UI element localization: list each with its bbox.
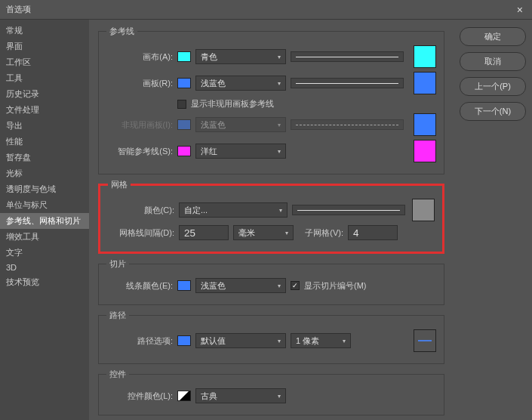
grid-spacing-input[interactable] [179, 225, 229, 240]
sidebar-item[interactable]: 文件处理 [0, 102, 89, 118]
cancel-button[interactable]: 取消 [460, 52, 526, 71]
inactive-label: 非现用画板(I): [106, 119, 173, 131]
content-panel: 参考线 画布(A): 青色▾ 画板(R): 浅蓝色▾ 显示非现用画板参考线 [89, 20, 454, 420]
sidebar-item[interactable]: 性能 [0, 134, 89, 150]
show-inactive-checkbox[interactable] [177, 100, 186, 109]
path-color-swatch[interactable] [177, 335, 191, 346]
chevron-down-icon: ▾ [278, 393, 281, 400]
sidebar: 常规界面工作区工具历史记录文件处理导出性能暂存盘光标透明度与色域单位与标尺参考线… [0, 20, 89, 420]
inactive-style-select [291, 119, 404, 130]
grid-group: 网格 颜色(C): 自定...▾ 网格线间隔(D): 毫米▾ 子网格(V): [98, 179, 444, 254]
subdiv-input[interactable] [348, 225, 398, 240]
dialog-buttons: 确定 取消 上一个(P) 下一个(N) [454, 20, 532, 420]
smart-color-swatch[interactable] [177, 146, 191, 156]
smart-label: 智能参考线(S): [106, 146, 173, 157]
controls-group: 控件 控件颜色(L): 古典▾ [98, 369, 444, 415]
artboard-color-swatch[interactable] [177, 78, 191, 88]
chevron-down-icon: ▾ [343, 338, 346, 344]
sidebar-item[interactable]: 文字 [0, 245, 89, 261]
canvas-color-select[interactable]: 青色▾ [195, 49, 286, 64]
chevron-down-icon: ▾ [278, 148, 281, 155]
subdiv-label: 子网格(V): [298, 227, 343, 239]
controls-legend: 控件 [106, 369, 129, 380]
dialog-title: 首选项 [6, 4, 31, 15]
path-preview-swatch [414, 329, 436, 352]
grid-spacing-label: 网格线间隔(D): [108, 227, 174, 239]
grid-big-swatch[interactable] [412, 199, 435, 221]
grid-color-label: 颜色(C): [108, 205, 174, 216]
slice-color-select[interactable]: 浅蓝色▾ [195, 278, 286, 293]
sidebar-item[interactable]: 3D [0, 261, 89, 274]
inactive-big-swatch [414, 113, 436, 136]
chevron-down-icon: ▾ [278, 80, 281, 87]
show-slice-numbers-label: 显示切片编号(M) [304, 280, 367, 292]
close-icon[interactable]: × [514, 4, 526, 16]
chevron-down-icon: ▾ [279, 207, 282, 214]
smart-color-select[interactable]: 洋红▾ [195, 144, 286, 159]
next-button[interactable]: 下一个(N) [460, 102, 526, 121]
sidebar-item[interactable]: 常规 [0, 23, 89, 39]
canvas-color-swatch[interactable] [177, 51, 191, 62]
canvas-label: 画布(A): [106, 51, 173, 63]
controls-color-swatch[interactable] [177, 391, 191, 401]
controls-color-label: 控件颜色(L): [106, 391, 173, 402]
path-group: 路径 路径选项: 默认值▾ 1 像素▾ [98, 310, 444, 364]
chevron-down-icon: ▾ [278, 54, 281, 60]
chevron-down-icon: ▾ [278, 283, 281, 289]
prev-button[interactable]: 上一个(P) [460, 77, 526, 96]
grid-style-select[interactable] [292, 205, 405, 215]
artboard-color-select[interactable]: 浅蓝色▾ [195, 76, 286, 91]
sidebar-item[interactable]: 参考线、网格和切片 [0, 213, 89, 229]
path-options-label: 路径选项: [106, 335, 173, 347]
artboard-label: 画板(R): [106, 78, 173, 89]
canvas-big-swatch[interactable] [414, 45, 436, 68]
show-slice-numbers-checkbox[interactable] [291, 281, 300, 290]
sidebar-item[interactable]: 单位与标尺 [0, 197, 89, 213]
sidebar-item[interactable]: 光标 [0, 165, 89, 181]
path-thickness-select[interactable]: 1 像素▾ [291, 333, 351, 348]
grid-color-select[interactable]: 自定...▾ [179, 202, 288, 218]
chevron-down-icon: ▾ [278, 338, 281, 344]
path-color-select[interactable]: 默认值▾ [195, 333, 286, 348]
sidebar-item[interactable]: 历史记录 [0, 86, 89, 102]
slice-color-label: 线条颜色(E): [106, 280, 173, 292]
controls-color-select[interactable]: 古典▾ [195, 388, 286, 403]
sidebar-item[interactable]: 透明度与色域 [0, 181, 89, 197]
grid-legend: 网格 [108, 179, 131, 190]
grid-unit-select[interactable]: 毫米▾ [233, 225, 294, 240]
sidebar-item[interactable]: 工具 [0, 70, 89, 86]
sidebar-item[interactable]: 暂存盘 [0, 150, 89, 165]
ok-button[interactable]: 确定 [460, 27, 526, 46]
slices-group: 切片 线条颜色(E): 浅蓝色▾ 显示切片编号(M) [98, 258, 444, 305]
slices-legend: 切片 [106, 258, 129, 270]
artboard-style-select[interactable] [291, 78, 404, 88]
sidebar-item[interactable]: 增效工具 [0, 229, 89, 245]
slice-color-swatch[interactable] [177, 280, 191, 291]
chevron-down-icon: ▾ [278, 122, 281, 128]
sidebar-item[interactable]: 工作区 [0, 54, 89, 70]
chevron-down-icon: ▾ [285, 230, 288, 236]
sidebar-item[interactable]: 技术预览 [0, 274, 89, 290]
inactive-color-select: 浅蓝色▾ [195, 117, 286, 132]
sidebar-item[interactable]: 导出 [0, 118, 89, 134]
inactive-color-swatch [177, 119, 191, 130]
path-legend: 路径 [106, 310, 129, 321]
smart-big-swatch[interactable] [414, 140, 436, 162]
guides-legend: 参考线 [106, 26, 137, 37]
canvas-style-select[interactable] [291, 51, 404, 62]
artboard-big-swatch[interactable] [414, 72, 436, 94]
show-inactive-label: 显示非现用画板参考线 [191, 98, 274, 110]
guides-group: 参考线 画布(A): 青色▾ 画板(R): 浅蓝色▾ 显示非现用画板参考线 [98, 26, 444, 174]
sidebar-item[interactable]: 界面 [0, 39, 89, 54]
